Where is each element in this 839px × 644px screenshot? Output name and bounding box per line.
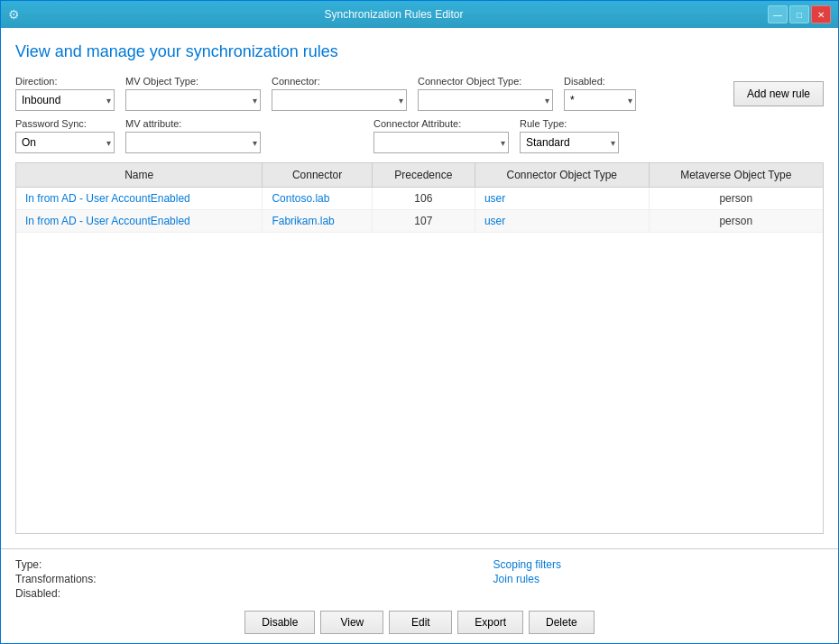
rule-type-group: Rule Type: Standard Sticky (520, 118, 619, 153)
direction-label: Direction: (15, 76, 115, 87)
view-button[interactable]: View (320, 611, 383, 634)
bottom-bar: Type: Transformations: Disabled: Scoping… (1, 548, 838, 643)
mv-object-type-group: MV Object Type: (125, 76, 261, 111)
direction-select-wrapper: Inbound Outbound (15, 89, 115, 111)
filter-row-1: Direction: Inbound Outbound MV Object Ty… (15, 76, 824, 111)
rules-table-container: Name Connector Precedence Connector Obje… (15, 162, 824, 534)
table-header: Name Connector Precedence Connector Obje… (16, 163, 823, 188)
connector-obj-type-group: Connector Object Type: (418, 76, 553, 111)
mv-object-type-select[interactable] (125, 89, 261, 111)
connector-attr-select-wrapper (373, 132, 509, 153)
maximize-button[interactable]: □ (789, 5, 809, 23)
rule-type-select-wrapper: Standard Sticky (520, 132, 619, 153)
app-icon: ⚙ (8, 7, 20, 22)
rule-type-label: Rule Type: (520, 118, 619, 129)
connector-group: Connector: (272, 76, 407, 111)
col-connector: Connector (263, 163, 372, 188)
connector-select[interactable] (272, 89, 407, 111)
col-metaverse-obj-type: Metaverse Object Type (649, 163, 823, 188)
close-button[interactable]: ✕ (811, 5, 831, 23)
disable-button[interactable]: Disable (244, 611, 315, 634)
add-new-rule-button[interactable]: Add new rule (733, 81, 824, 106)
direction-group: Direction: Inbound Outbound (15, 76, 115, 111)
mv-attribute-group: MV attribute: (125, 118, 261, 153)
window-title: Synchronization Rules Editor (20, 8, 768, 21)
filter-area: Direction: Inbound Outbound MV Object Ty… (15, 76, 824, 153)
cell-precedence-2: 107 (372, 210, 475, 233)
main-window: ⚙ Synchronization Rules Editor — □ ✕ Vie… (0, 0, 839, 644)
connector-attr-label: Connector Attribute: (373, 118, 509, 129)
bottom-buttons: Disable View Edit Export Delete (15, 611, 824, 634)
password-sync-select-wrapper: On Off (15, 132, 115, 153)
disabled-select-wrapper: * Yes No (564, 89, 636, 111)
transformations-label: Transformations: (15, 573, 97, 585)
table-body: In from AD - User AccountEnabled Contoso… (16, 188, 823, 233)
direction-select[interactable]: Inbound Outbound (15, 89, 115, 111)
password-sync-group: Password Sync: On Off (15, 118, 115, 153)
disabled-group: Disabled: * Yes No (564, 76, 636, 111)
col-precedence: Precedence (372, 163, 475, 188)
mv-object-type-select-wrapper (125, 89, 261, 111)
col-connector-obj-type: Connector Object Type (475, 163, 649, 188)
cell-meta-obj-type-1: person (649, 188, 823, 210)
cell-name-2: In from AD - User AccountEnabled (16, 210, 263, 233)
bottom-info: Type: Transformations: Disabled: Scoping… (15, 558, 824, 600)
page-title: View and manage your synchronization rul… (15, 42, 824, 61)
window-controls: — □ ✕ (768, 5, 831, 23)
cell-precedence-1: 106 (372, 188, 475, 210)
table-row[interactable]: In from AD - User AccountEnabled Contoso… (16, 188, 823, 210)
cell-connector-2: Fabrikam.lab (263, 210, 372, 233)
main-content: View and manage your synchronization rul… (1, 28, 838, 548)
mv-attribute-select[interactable] (125, 132, 261, 153)
password-sync-select[interactable]: On Off (15, 132, 115, 153)
connector-obj-type-label: Connector Object Type: (418, 76, 553, 87)
mv-attribute-select-wrapper (125, 132, 261, 153)
edit-button[interactable]: Edit (389, 611, 452, 634)
connector-obj-type-select[interactable] (418, 89, 553, 111)
mv-attribute-label: MV attribute: (125, 118, 261, 129)
disabled-label: Disabled: (564, 76, 636, 87)
minimize-button[interactable]: — (768, 5, 788, 23)
password-sync-label: Password Sync: (15, 118, 115, 129)
connector-select-wrapper (272, 89, 407, 111)
cell-connector-1: Contoso.lab (263, 188, 372, 210)
table-row[interactable]: In from AD - User AccountEnabled Fabrika… (16, 210, 823, 233)
join-rules-link[interactable]: Join rules (493, 573, 561, 585)
rules-table: Name Connector Precedence Connector Obje… (16, 163, 823, 233)
cell-conn-obj-type-2: user (475, 210, 649, 233)
connector-obj-type-select-wrapper (418, 89, 553, 111)
cell-conn-obj-type-1: user (475, 188, 649, 210)
connector-attr-select[interactable] (373, 132, 509, 153)
title-bar: ⚙ Synchronization Rules Editor — □ ✕ (1, 1, 838, 28)
connector-label: Connector: (272, 76, 407, 87)
bottom-disabled-label: Disabled: (15, 587, 97, 600)
mv-object-type-label: MV Object Type: (125, 76, 261, 87)
scoping-filters-link[interactable]: Scoping filters (493, 558, 561, 571)
type-label: Type: (15, 558, 97, 571)
disabled-select[interactable]: * Yes No (564, 89, 636, 111)
rule-type-select[interactable]: Standard Sticky (520, 132, 619, 153)
filter-row-2: Password Sync: On Off MV attribute: (15, 118, 824, 153)
info-right: Scoping filters Join rules (493, 558, 561, 600)
col-name: Name (16, 163, 263, 188)
cell-meta-obj-type-2: person (649, 210, 823, 233)
connector-attr-group: Connector Attribute: (373, 118, 509, 153)
delete-button[interactable]: Delete (529, 611, 595, 634)
info-left: Type: Transformations: Disabled: (15, 558, 97, 600)
export-button[interactable]: Export (457, 611, 523, 634)
cell-name-1: In from AD - User AccountEnabled (16, 188, 263, 210)
